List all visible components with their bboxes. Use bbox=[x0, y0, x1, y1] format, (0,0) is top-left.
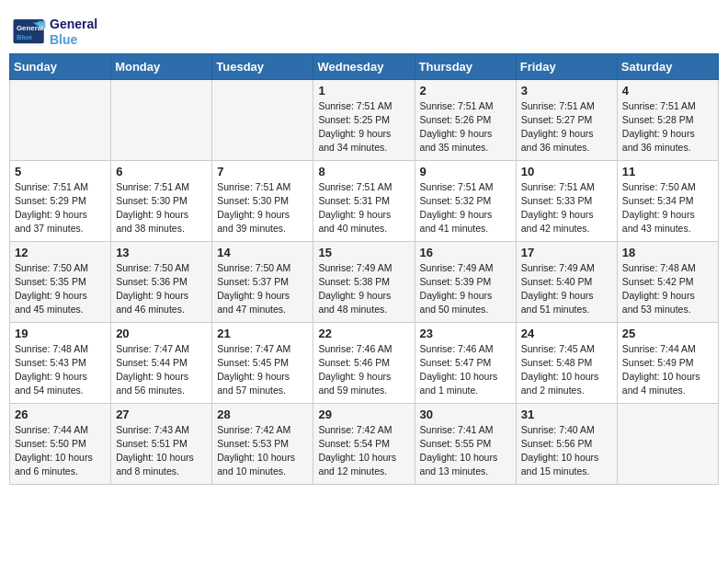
week-row-4: 19Sunrise: 7:48 AM Sunset: 5:43 PM Dayli… bbox=[10, 322, 719, 403]
weekday-header-sunday: Sunday bbox=[10, 53, 111, 79]
cell-info: Sunrise: 7:50 AM Sunset: 5:35 PM Dayligh… bbox=[15, 261, 106, 317]
calendar-cell bbox=[617, 403, 718, 484]
cell-info: Sunrise: 7:51 AM Sunset: 5:30 PM Dayligh… bbox=[116, 180, 207, 236]
day-number: 13 bbox=[116, 246, 207, 259]
weekday-header-wednesday: Wednesday bbox=[313, 53, 415, 79]
cell-info: Sunrise: 7:44 AM Sunset: 5:49 PM Dayligh… bbox=[622, 342, 713, 398]
calendar-cell: 21Sunrise: 7:47 AM Sunset: 5:45 PM Dayli… bbox=[212, 322, 313, 403]
cell-info: Sunrise: 7:41 AM Sunset: 5:55 PM Dayligh… bbox=[420, 423, 511, 479]
cell-info: Sunrise: 7:51 AM Sunset: 5:26 PM Dayligh… bbox=[420, 99, 511, 155]
page-container: General Blue General Blue SundayMondayTu… bbox=[9, 9, 719, 485]
calendar-cell: 31Sunrise: 7:40 AM Sunset: 5:56 PM Dayli… bbox=[516, 403, 617, 484]
day-number: 29 bbox=[318, 408, 409, 421]
cell-info: Sunrise: 7:51 AM Sunset: 5:25 PM Dayligh… bbox=[318, 99, 409, 155]
cell-info: Sunrise: 7:42 AM Sunset: 5:54 PM Dayligh… bbox=[318, 423, 409, 479]
day-number: 16 bbox=[420, 246, 511, 259]
day-number: 5 bbox=[15, 165, 106, 178]
calendar-cell: 27Sunrise: 7:43 AM Sunset: 5:51 PM Dayli… bbox=[111, 403, 212, 484]
day-number: 7 bbox=[217, 165, 308, 178]
day-number: 19 bbox=[15, 327, 106, 340]
logo: General Blue General Blue bbox=[13, 17, 97, 48]
page-header: General Blue General Blue bbox=[9, 9, 719, 53]
day-number: 27 bbox=[116, 408, 207, 421]
cell-info: Sunrise: 7:49 AM Sunset: 5:39 PM Dayligh… bbox=[420, 261, 511, 317]
cell-info: Sunrise: 7:40 AM Sunset: 5:56 PM Dayligh… bbox=[521, 423, 612, 479]
cell-info: Sunrise: 7:47 AM Sunset: 5:45 PM Dayligh… bbox=[217, 342, 308, 398]
calendar-cell: 5Sunrise: 7:51 AM Sunset: 5:29 PM Daylig… bbox=[10, 160, 111, 241]
day-number: 15 bbox=[318, 246, 409, 259]
cell-info: Sunrise: 7:51 AM Sunset: 5:27 PM Dayligh… bbox=[521, 99, 612, 155]
calendar-cell: 29Sunrise: 7:42 AM Sunset: 5:54 PM Dayli… bbox=[313, 403, 415, 484]
cell-info: Sunrise: 7:44 AM Sunset: 5:50 PM Dayligh… bbox=[15, 423, 106, 479]
calendar-cell: 8Sunrise: 7:51 AM Sunset: 5:31 PM Daylig… bbox=[313, 160, 415, 241]
day-number: 9 bbox=[420, 165, 511, 178]
calendar-cell: 2Sunrise: 7:51 AM Sunset: 5:26 PM Daylig… bbox=[415, 79, 516, 160]
cell-info: Sunrise: 7:49 AM Sunset: 5:38 PM Dayligh… bbox=[318, 261, 409, 317]
day-number: 18 bbox=[622, 246, 713, 259]
day-number: 28 bbox=[217, 408, 308, 421]
calendar-cell: 19Sunrise: 7:48 AM Sunset: 5:43 PM Dayli… bbox=[10, 322, 111, 403]
weekday-header-monday: Monday bbox=[111, 53, 212, 79]
cell-info: Sunrise: 7:49 AM Sunset: 5:40 PM Dayligh… bbox=[521, 261, 612, 317]
day-number: 22 bbox=[318, 327, 409, 340]
calendar-cell bbox=[111, 79, 212, 160]
svg-text:General: General bbox=[17, 24, 43, 32]
weekday-header-tuesday: Tuesday bbox=[212, 53, 313, 79]
cell-info: Sunrise: 7:48 AM Sunset: 5:43 PM Dayligh… bbox=[15, 342, 106, 398]
cell-info: Sunrise: 7:46 AM Sunset: 5:47 PM Dayligh… bbox=[420, 342, 511, 398]
day-number: 12 bbox=[15, 246, 106, 259]
calendar-cell bbox=[212, 79, 313, 160]
cell-info: Sunrise: 7:50 AM Sunset: 5:37 PM Dayligh… bbox=[217, 261, 308, 317]
week-row-1: 1Sunrise: 7:51 AM Sunset: 5:25 PM Daylig… bbox=[10, 79, 719, 160]
calendar-cell: 11Sunrise: 7:50 AM Sunset: 5:34 PM Dayli… bbox=[617, 160, 718, 241]
calendar-cell bbox=[10, 79, 111, 160]
day-number: 3 bbox=[521, 84, 612, 98]
cell-info: Sunrise: 7:50 AM Sunset: 5:36 PM Dayligh… bbox=[116, 261, 207, 317]
calendar-cell: 16Sunrise: 7:49 AM Sunset: 5:39 PM Dayli… bbox=[415, 241, 516, 322]
calendar-cell: 30Sunrise: 7:41 AM Sunset: 5:55 PM Dayli… bbox=[415, 403, 516, 484]
day-number: 26 bbox=[15, 408, 106, 421]
calendar-cell: 9Sunrise: 7:51 AM Sunset: 5:32 PM Daylig… bbox=[415, 160, 516, 241]
day-number: 2 bbox=[420, 84, 511, 98]
calendar-cell: 12Sunrise: 7:50 AM Sunset: 5:35 PM Dayli… bbox=[10, 241, 111, 322]
calendar-cell: 26Sunrise: 7:44 AM Sunset: 5:50 PM Dayli… bbox=[10, 403, 111, 484]
cell-info: Sunrise: 7:48 AM Sunset: 5:42 PM Dayligh… bbox=[622, 261, 713, 317]
day-number: 24 bbox=[521, 327, 612, 340]
day-number: 14 bbox=[217, 246, 308, 259]
cell-info: Sunrise: 7:51 AM Sunset: 5:33 PM Dayligh… bbox=[521, 180, 612, 236]
calendar-cell: 18Sunrise: 7:48 AM Sunset: 5:42 PM Dayli… bbox=[617, 241, 718, 322]
day-number: 10 bbox=[521, 165, 612, 178]
week-row-5: 26Sunrise: 7:44 AM Sunset: 5:50 PM Dayli… bbox=[10, 403, 719, 484]
day-number: 20 bbox=[116, 327, 207, 340]
logo-text: General bbox=[50, 17, 97, 32]
svg-text:Blue: Blue bbox=[17, 33, 33, 41]
day-number: 6 bbox=[116, 165, 207, 178]
logo-text-2: Blue bbox=[50, 32, 97, 48]
calendar-cell: 14Sunrise: 7:50 AM Sunset: 5:37 PM Dayli… bbox=[212, 241, 313, 322]
calendar-cell: 25Sunrise: 7:44 AM Sunset: 5:49 PM Dayli… bbox=[617, 322, 718, 403]
day-number: 30 bbox=[420, 408, 511, 421]
cell-info: Sunrise: 7:46 AM Sunset: 5:46 PM Dayligh… bbox=[318, 342, 409, 398]
weekday-header-thursday: Thursday bbox=[415, 53, 516, 79]
calendar-cell: 20Sunrise: 7:47 AM Sunset: 5:44 PM Dayli… bbox=[111, 322, 212, 403]
logo-icon: General Blue bbox=[13, 19, 46, 45]
day-number: 23 bbox=[420, 327, 511, 340]
cell-info: Sunrise: 7:43 AM Sunset: 5:51 PM Dayligh… bbox=[116, 423, 207, 479]
day-number: 17 bbox=[521, 246, 612, 259]
weekday-header-row: SundayMondayTuesdayWednesdayThursdayFrid… bbox=[10, 53, 719, 79]
cell-info: Sunrise: 7:51 AM Sunset: 5:28 PM Dayligh… bbox=[622, 99, 713, 155]
day-number: 4 bbox=[622, 84, 713, 98]
day-number: 1 bbox=[318, 84, 409, 98]
cell-info: Sunrise: 7:51 AM Sunset: 5:31 PM Dayligh… bbox=[318, 180, 409, 236]
day-number: 8 bbox=[318, 165, 409, 178]
day-number: 25 bbox=[622, 327, 713, 340]
day-number: 11 bbox=[622, 165, 713, 178]
calendar-cell: 13Sunrise: 7:50 AM Sunset: 5:36 PM Dayli… bbox=[111, 241, 212, 322]
weekday-header-friday: Friday bbox=[516, 53, 617, 79]
week-row-2: 5Sunrise: 7:51 AM Sunset: 5:29 PM Daylig… bbox=[10, 160, 719, 241]
calendar-cell: 22Sunrise: 7:46 AM Sunset: 5:46 PM Dayli… bbox=[313, 322, 415, 403]
calendar-cell: 17Sunrise: 7:49 AM Sunset: 5:40 PM Dayli… bbox=[516, 241, 617, 322]
calendar-cell: 15Sunrise: 7:49 AM Sunset: 5:38 PM Dayli… bbox=[313, 241, 415, 322]
calendar-cell: 24Sunrise: 7:45 AM Sunset: 5:48 PM Dayli… bbox=[516, 322, 617, 403]
cell-info: Sunrise: 7:45 AM Sunset: 5:48 PM Dayligh… bbox=[521, 342, 612, 398]
